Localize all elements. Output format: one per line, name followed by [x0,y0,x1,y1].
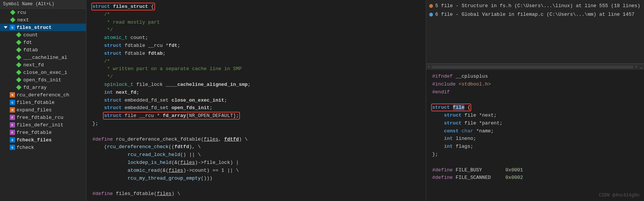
sidebar-item-free_fdtable_rcu[interactable]: F free_fdtable_rcu [0,114,86,121]
sidebar-label-free_fdtable_rcu: free_fdtable_rcu [17,115,63,120]
result-icon-5 [429,4,433,8]
sidebar-label-count: count [23,32,38,38]
diamond-icon-fdtab [16,47,22,53]
arrow-ph13 [3,107,8,113]
diamond-icon-next_fd [16,62,22,68]
arrow-ph7 [9,62,14,68]
arrow-ph4 [9,39,14,45]
diamond-icon2 [10,17,16,23]
diamond-icon-open [16,77,22,83]
arrow-placeholder-icon2 [3,17,8,23]
sidebar-label-cacheline: ___cacheline_al [23,55,67,60]
search-result-item-6[interactable]: 6 file - Global Variable in filemap.c (C… [429,10,641,19]
code-panel: struct files_struct { /* * read mostly p… [86,0,426,201]
arrow-ph3 [9,32,14,38]
sidebar-label-rcu_dereference: rcu_dereference_ch [17,92,69,98]
struct-icon2: S [10,100,15,105]
main-content: struct files_struct { /* * read mostly p… [86,0,644,201]
diamond-icon-fd_array [16,84,22,90]
diamond-icon-count [16,32,22,38]
arrow-ph6 [9,54,14,60]
right-bottom-panel[interactable]: #ifndef __cplusplus #include <stdbool.h>… [426,70,644,201]
sidebar-item-fcheck[interactable]: S fcheck [0,144,86,151]
sidebar-label-fdt: fdt [23,40,32,45]
arrow-ph8 [9,69,14,75]
arrow-ph5 [9,47,14,53]
result-icon-6 [429,13,433,16]
arrow-ph11 [3,92,8,98]
sidebar-item-next_fd[interactable]: next_fd [0,61,86,69]
sidebar-label-fd_array: fd_array [23,85,47,90]
sidebar-item-files_struct[interactable]: S files_struct [0,24,86,31]
func-icon: F [10,115,15,120]
horizontal-scrollbar[interactable]: ‹ › ⌄ [426,64,644,70]
sidebar-label-next_fd: next_fd [23,62,44,68]
sidebar-item-next[interactable]: next [0,16,86,24]
sidebar-item-fdt[interactable]: fdt [0,39,86,46]
scroll-left-icon[interactable]: ‹ [428,65,430,69]
sidebar-label-free_fdtable: free_fdtable [17,130,52,135]
sidebar-label-fcheck_files: fcheck_files [17,137,52,143]
sidebar-label-files_fdtable: files_fdtable [17,100,54,105]
diamond-icon-close [16,69,22,75]
sidebar-label-next: next [17,17,29,23]
scroll-right-icon[interactable]: › [635,65,637,69]
sidebar-label-fcheck: fcheck [17,145,34,150]
diamond-icon [10,9,16,15]
search-result-item-5[interactable]: 5 file - Structure in fs.h (C:\Users\...… [429,2,641,10]
code-scroll-area[interactable]: struct files_struct { /* * read mostly p… [86,0,426,201]
sidebar-label-open_fds_init: open_fds_init [23,77,61,83]
sidebar-item-files_fdtable[interactable]: S files_fdtable [0,99,86,106]
right-top-panel: 5 file - Structure in fs.h (C:\Users\...… [426,0,644,64]
right-code-block: #ifndef __cplusplus #include <stdbool.h>… [432,73,638,182]
arrow-ph10 [9,84,14,90]
func-icon3: F [10,130,15,135]
search-results-list: 5 file - Structure in fs.h (C:\Users\...… [429,2,641,19]
sidebar-item-free_fdtable[interactable]: F free_fdtable [0,129,86,136]
macro-icon2: M [10,107,15,112]
sidebar-item-rcu[interactable]: rcu [0,9,86,16]
sidebar-scroll[interactable]: rcu next S files_struct count [0,9,86,201]
struct-icon3: S [10,137,15,142]
search-result-text-5: 5 file - Structure in fs.h (C:\Users\...… [435,2,640,10]
sidebar-label-rcu: rcu [17,10,26,15]
arrow-ph9 [9,77,14,83]
sidebar-item-expand_files[interactable]: M expand_files [0,106,86,114]
sidebar-item-fcheck_files[interactable]: S fcheck_files [0,136,86,144]
macro-icon: M [10,92,15,98]
diamond-icon-cacheline [16,54,22,60]
func-icon2: F [10,122,15,128]
sidebar-item-fdtab[interactable]: fdtab [0,46,86,54]
sidebar-label-close_on_exec_i: close_on_exec_i [23,70,67,75]
sidebar-item-files_defer_init[interactable]: F files_defer_init [0,121,86,129]
sidebar-label-files_defer_init: files_defer_init [17,122,63,128]
arrow-ph14 [3,114,8,120]
sidebar-item-fd_array[interactable]: fd_array [0,84,86,91]
search-result-text-6: 6 file - Global Variable in filemap.c (C… [435,10,635,19]
expand-arrow-icon [3,24,8,30]
sidebar-label-expand_files: expand_files [17,107,52,113]
right-panel: 5 file - Structure in fs.h (C:\Users\...… [426,0,644,201]
arrow-ph17 [3,137,8,143]
sidebar-item-cacheline[interactable]: ___cacheline_al [0,54,86,61]
sidebar-item-open_fds_init[interactable]: open_fds_init [0,76,86,84]
scrollbar-track[interactable] [431,66,633,69]
arrow-ph16 [3,129,8,135]
arrow-ph18 [3,144,8,150]
arrow-ph15 [3,122,8,128]
code-block: struct files_struct { /* * read mostly p… [86,3,426,198]
arrow-ph12 [3,99,8,105]
sidebar-label-files_struct: files_struct [17,25,52,30]
sidebar: Symbol Name (Alt+L) rcu next S files_str… [0,0,86,201]
struct-icon: S [10,25,15,30]
sidebar-label-fdtab: fdtab [23,47,38,53]
sidebar-item-close_on_exec_i[interactable]: close_on_exec_i [0,69,86,76]
sidebar-item-rcu_dereference[interactable]: M rcu_dereference_ch [0,91,86,99]
scroll-down-icon[interactable]: ⌄ [640,65,642,69]
struct-icon4: S [10,145,15,150]
sidebar-item-count[interactable]: count [0,31,86,39]
watermark: CSDN @4nc414g0n [599,193,639,198]
sidebar-header: Symbol Name (Alt+L) [0,0,86,9]
arrow-placeholder-icon [3,9,8,15]
diamond-icon-fdt [16,39,22,45]
